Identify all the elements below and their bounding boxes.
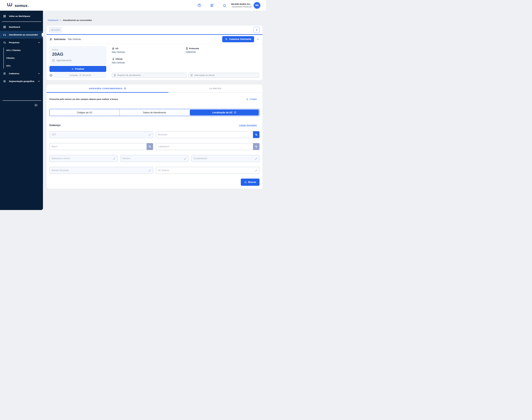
note-add-icon bbox=[114, 74, 116, 76]
numero-field[interactable] bbox=[120, 155, 189, 162]
buscar-row: Buscar bbox=[49, 179, 259, 186]
bell-icon[interactable] bbox=[223, 3, 226, 7]
sidebar-item-label: Atendimento ao consumidor bbox=[9, 33, 38, 36]
sidebar-item-pesquisas[interactable]: Pesquisas bbox=[0, 39, 43, 46]
municipio-input[interactable] bbox=[156, 133, 253, 136]
uc-block: UC Não Definido bbox=[112, 47, 185, 53]
uc-label: UC bbox=[115, 47, 119, 50]
tabs: UNIDADES CONSUMIDORAS CLIENTES bbox=[46, 85, 262, 93]
numero-poste-field[interactable] bbox=[49, 167, 153, 174]
tab-unidades-consumidoras[interactable]: UNIDADES CONSUMIDORAS bbox=[46, 85, 168, 92]
user-info[interactable]: MILENE MARIA DA... Atendimento Presencia… bbox=[231, 3, 252, 8]
endereco-header-row: Endereço Limpar formulário bbox=[49, 124, 257, 127]
municipio-search-button[interactable] bbox=[253, 131, 259, 138]
info-icon[interactable] bbox=[49, 74, 52, 77]
sidebar-item-cadastros[interactable]: Cadastros bbox=[0, 70, 43, 77]
trecho-field[interactable] bbox=[49, 155, 118, 162]
limpar-label: Limpar bbox=[250, 98, 257, 101]
sliders-icon bbox=[3, 80, 6, 83]
cliente-value[interactable]: Não Definido bbox=[112, 61, 185, 64]
form-row-4 bbox=[49, 167, 259, 174]
magic-wand-icon bbox=[184, 157, 187, 160]
sidebar-item-label: Voltar ao WorkSpace bbox=[9, 15, 30, 17]
cadastrar-solicitante-button[interactable]: Cadastrar Solicitante bbox=[222, 36, 254, 42]
chevron-up-icon bbox=[38, 41, 40, 44]
collapse-panel-chevron-up-icon[interactable] bbox=[257, 38, 259, 41]
form-row-1 bbox=[49, 131, 259, 138]
sidebar-item-label: Clientes bbox=[6, 57, 15, 59]
limpar-link[interactable]: Limpar bbox=[246, 98, 257, 101]
senha-panel: Senha 20AG Agendamento bbox=[49, 46, 106, 78]
sidebar-item-clientes[interactable]: Clientes bbox=[6, 54, 43, 62]
sidebar-item-label: Cadastros bbox=[9, 72, 19, 75]
magic-wand-icon bbox=[113, 157, 116, 160]
senha-label: Senha bbox=[52, 49, 104, 51]
cep-input[interactable] bbox=[50, 133, 148, 136]
instruction-row: Preencha pelo menos um dos campos abaixo… bbox=[49, 98, 257, 101]
protocolo-value[interactable]: 10983239 bbox=[185, 51, 259, 53]
tab-clientes[interactable]: CLIENTES bbox=[168, 85, 262, 92]
bairro-search-button[interactable] bbox=[147, 143, 153, 150]
protocolo-block: Protocolo 10983239 bbox=[185, 47, 259, 53]
endereco-form bbox=[49, 131, 259, 174]
sidebar-item-ucs-clientes[interactable]: UCs / Clientes bbox=[6, 46, 43, 54]
finalizar-button[interactable]: Finalizar bbox=[49, 66, 106, 72]
registro-placeholder: Registro de atendimento bbox=[117, 74, 141, 76]
uc-value[interactable]: Não Definido bbox=[112, 51, 185, 53]
segment-label: Códigos da UC bbox=[77, 111, 92, 114]
buscar-button[interactable]: Buscar bbox=[241, 179, 259, 186]
segment-label: Dados de Atendimento bbox=[143, 111, 166, 114]
cep-field[interactable] bbox=[49, 131, 153, 138]
search-card: UNIDADES CONSUMIDORAS CLIENTES Preencha … bbox=[46, 85, 262, 189]
logo-text: somus bbox=[15, 3, 28, 8]
uc-label-row: UC bbox=[112, 47, 185, 50]
trecho-input[interactable] bbox=[50, 157, 113, 160]
uc-anterior-input[interactable] bbox=[156, 169, 255, 172]
magic-wand-icon bbox=[255, 157, 258, 160]
avatar[interactable]: MS bbox=[254, 2, 260, 9]
sidebar: Voltar ao WorkSpace Dashboard bbox=[0, 11, 43, 210]
chevron-down-icon bbox=[38, 80, 40, 83]
timer-row: 00:14:04 bbox=[46, 26, 262, 34]
municipio-field[interactable] bbox=[156, 131, 259, 138]
complemento-field[interactable] bbox=[191, 155, 259, 162]
close-icon bbox=[72, 68, 74, 70]
breadcrumb-current: Atendimento ao consumidor bbox=[63, 19, 92, 21]
finalizar-label: Finalizar bbox=[75, 68, 84, 70]
collapse-sidebar-icon[interactable] bbox=[34, 104, 38, 107]
sidebar-item-ucs[interactable]: UCs bbox=[6, 62, 43, 70]
uc-anterior-field[interactable] bbox=[156, 167, 259, 174]
sidebar-item-atendimento[interactable]: Atendimento ao consumidor bbox=[0, 31, 43, 39]
cadastrar-solicitante-label: Cadastrar Solicitante bbox=[229, 38, 251, 40]
bairro-field[interactable] bbox=[49, 143, 153, 150]
sidebar-subgroup-pesquisas: UCs / Clientes Clientes UCs bbox=[0, 46, 43, 70]
complemento-input[interactable] bbox=[191, 157, 255, 160]
sidebar-item-dashboard[interactable]: Dashboard bbox=[0, 23, 43, 31]
calendar-icon bbox=[52, 59, 55, 62]
magic-wand-icon bbox=[148, 169, 151, 172]
user-name: MILENE MARIA DA... bbox=[231, 3, 252, 5]
list-search-icon bbox=[255, 133, 258, 136]
sidebar-item-segmentacao[interactable]: Segmentação geográfica bbox=[0, 77, 43, 85]
note-add-icon bbox=[190, 74, 193, 76]
segment-codigos-uc[interactable]: Códigos da UC bbox=[50, 109, 120, 116]
limpar-formulario-link[interactable]: Limpar formulário bbox=[239, 124, 257, 127]
logradouro-search-button[interactable] bbox=[253, 143, 259, 150]
breadcrumb-dashboard-link[interactable]: Dashboard bbox=[48, 19, 58, 21]
registro-atendimento-field[interactable]: Registro de atendimento bbox=[112, 73, 186, 78]
solicitante-label: Solicitante: bbox=[54, 38, 66, 41]
note-add-icon[interactable] bbox=[210, 3, 214, 7]
logradouro-field[interactable] bbox=[156, 143, 259, 150]
help-icon[interactable] bbox=[198, 3, 201, 7]
sidebar-item-voltar-workspace[interactable]: Voltar ao WorkSpace bbox=[0, 12, 43, 20]
segment-dados-atendimento[interactable]: Dados de Atendimento bbox=[120, 109, 190, 116]
form-row-2 bbox=[49, 143, 259, 150]
search-icon bbox=[3, 41, 6, 44]
numero-input[interactable] bbox=[121, 157, 184, 160]
numero-poste-input[interactable] bbox=[50, 169, 148, 172]
logradouro-input[interactable] bbox=[156, 145, 253, 148]
bairro-input[interactable] bbox=[50, 145, 147, 148]
segment-localizacao-uc[interactable]: Localização da UC bbox=[189, 109, 259, 116]
play-button[interactable] bbox=[254, 27, 260, 33]
informacao-cliente-field[interactable]: Informação ao cliente bbox=[189, 73, 259, 78]
